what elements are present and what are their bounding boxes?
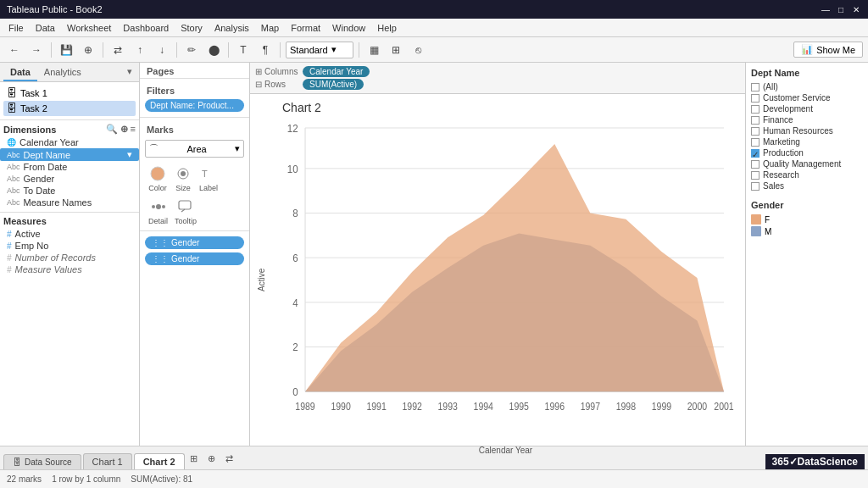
measure-active[interactable]: # Active [0,228,139,240]
menu-file[interactable]: File [3,21,29,35]
tab-chart1[interactable]: Chart 1 [83,453,132,469]
checkbox-marketing[interactable] [751,138,760,147]
checkbox-hr[interactable] [751,127,760,136]
columns-pill[interactable]: Calendar Year [303,66,370,77]
filter-hr[interactable]: Human Resources [751,125,863,136]
save-btn[interactable]: 💾 [57,41,75,59]
marks-type-dropdown[interactable]: ⌒ Area ▾ [145,140,244,158]
text-btn[interactable]: T [234,41,253,59]
minimize-btn[interactable]: — [821,4,831,14]
highlight-btn[interactable]: ✏ [182,41,201,59]
sort-asc-btn[interactable]: ↑ [131,41,149,59]
maximize-btn[interactable]: □ [836,4,846,14]
show-me-button[interactable]: 📊 Show Me [793,42,863,58]
svg-text:T: T [202,169,208,179]
add-field-icon[interactable]: ⊕ [120,124,128,135]
menu-worksheet[interactable]: Worksheet [62,21,116,35]
svg-point-4 [156,204,161,209]
legend-color-m [751,226,761,236]
add-datasource-btn[interactable]: ⊕ [79,41,97,59]
rows-pill[interactable]: SUM(Active) [303,79,364,90]
checkbox-all[interactable] [751,83,760,92]
measures-section: Measures # Active # Emp No # Number of R… [0,212,139,275]
chart-area: ⊞ Columns Calendar Year ⊟ Rows SUM(Activ… [250,63,745,446]
measure-values[interactable]: # Measure Values [0,263,139,275]
menu-map[interactable]: Map [256,21,284,35]
svg-text:2001: 2001 [714,401,733,412]
field-dept-name[interactable]: Abc Dept Name ▾ [0,148,139,161]
share-btn[interactable]: ⎋ [409,41,427,59]
gender-pill-1[interactable]: ⋮⋮ Gender [145,236,244,249]
menu-format[interactable]: Format [286,21,326,35]
menu-window[interactable]: Window [327,21,370,35]
filter-development[interactable]: Development [751,103,863,114]
filter-finance[interactable]: Finance [751,114,863,125]
gender-pill-2[interactable]: ⋮⋮ Gender [145,252,244,265]
filter-customer-service[interactable]: Customer Service [751,92,863,103]
tab-datasource[interactable]: 🗄 Data Source [3,454,81,469]
chart-type-btn[interactable]: ▦ [364,41,383,59]
filter-all[interactable]: (All) [751,81,863,92]
size-icon [174,164,192,183]
abc-icon-dept: Abc [7,151,20,159]
svg-text:1994: 1994 [474,401,493,412]
checkbox-production[interactable]: ✓ [751,149,760,158]
menu-dashboard[interactable]: Dashboard [118,21,174,35]
task-item-1[interactable]: 🗄 Task 1 [3,86,136,101]
close-btn[interactable]: ✕ [851,4,861,14]
measure-number-records[interactable]: # Number of Records [0,252,139,263]
checkbox-dev[interactable] [751,105,760,114]
tab-data[interactable]: Data [3,64,37,81]
dup-sheet-icon[interactable]: ⊕ [204,451,220,466]
back-btn[interactable]: ← [5,41,24,59]
marks-detail[interactable]: Detail [148,197,168,225]
checkbox-sales[interactable] [751,182,760,191]
sort-desc-btn[interactable]: ↓ [153,41,171,59]
field-from-date[interactable]: Abc From Date [0,161,139,173]
search-icon[interactable]: 🔍 [106,124,118,135]
menu-data[interactable]: Data [31,21,60,35]
filter-qm[interactable]: Quality Management [751,158,863,169]
panel-arrow[interactable]: ▾ [124,64,136,81]
legend-m: M [751,225,863,237]
checkbox-research[interactable] [751,171,760,180]
new-sheet-icon[interactable]: ⊞ [186,451,202,466]
task-item-2[interactable]: 🗄 Task 2 [3,101,136,116]
menu-help[interactable]: Help [372,21,402,35]
checkbox-cs[interactable] [751,94,760,103]
filter-production[interactable]: ✓ Production [751,147,863,158]
view-btn[interactable]: ⊞ [387,41,405,59]
measures-header[interactable]: Measures [0,213,139,228]
field-to-date[interactable]: Abc To Date [0,185,139,197]
tooltip-btn[interactable]: ⬤ [204,41,223,59]
sort-icon[interactable]: ≡ [131,124,136,135]
svg-text:1995: 1995 [509,401,529,412]
swap-btn[interactable]: ⇄ [108,41,127,59]
dimensions-header[interactable]: Dimensions 🔍 ⊕ ≡ [0,120,139,136]
status-rows: 1 row by 1 column [52,474,120,484]
checkbox-qm[interactable] [751,160,760,169]
forward-btn[interactable]: → [27,41,46,59]
menu-story[interactable]: Story [175,21,208,35]
filter-chip-dept[interactable]: Dept Name: Product... [145,99,244,112]
marks-label[interactable]: T Label [199,164,218,192]
filter-research[interactable]: Research [751,169,863,180]
swap-sheet-icon[interactable]: ⇄ [222,451,237,466]
marks-tooltip[interactable]: Tooltip [175,197,197,225]
caption-btn[interactable]: ¶ [256,41,275,59]
measure-empno[interactable]: # Emp No [0,240,139,252]
tab-chart2[interactable]: Chart 2 [134,453,185,469]
field-calendar-year[interactable]: 🌐 Calendar Year [0,136,139,148]
chart-svg: 0 2 4 6 8 10 12 [270,118,742,442]
tab-analytics[interactable]: Analytics [37,64,88,81]
filter-sales[interactable]: Sales [751,180,863,191]
field-measure-names[interactable]: Abc Measure Names [0,197,139,208]
field-gender[interactable]: Abc Gender [0,173,139,185]
filter-marketing[interactable]: Marketing [751,136,863,147]
fit-dropdown[interactable]: Standard ▾ [286,42,353,58]
menu-analysis[interactable]: Analysis [209,21,254,35]
checkbox-finance[interactable] [751,116,760,125]
window-controls: — □ ✕ [821,4,861,14]
marks-size[interactable]: Size [174,164,192,192]
marks-color[interactable]: Color [148,164,167,192]
